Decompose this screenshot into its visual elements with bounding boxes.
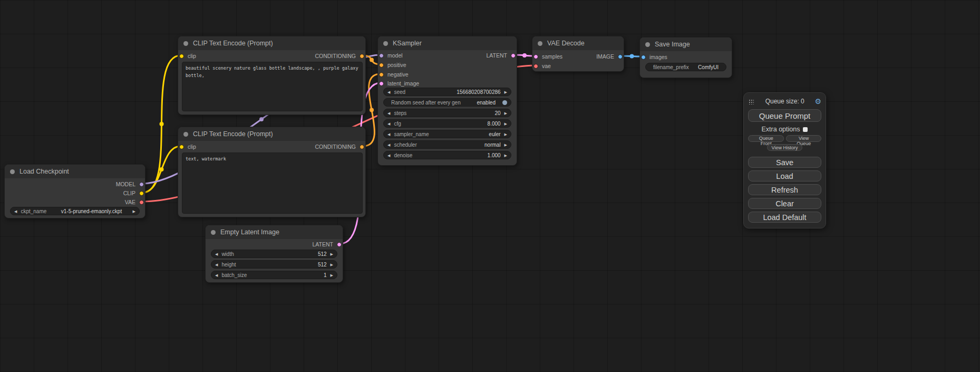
- port-dot-model[interactable]: [139, 182, 144, 187]
- port-dot-conditioning[interactable]: [379, 63, 384, 68]
- arrow-left-icon[interactable]: ◀: [215, 263, 218, 266]
- width-widget[interactable]: ◀ width 512 ▶: [211, 250, 337, 258]
- random-seed-toggle-widget[interactable]: Random seed after every gen enabled: [383, 98, 511, 107]
- arrow-right-icon[interactable]: ▶: [331, 273, 333, 277]
- port-latent-image-input[interactable]: latent_image: [379, 79, 419, 88]
- port-dot-latent[interactable]: [511, 53, 516, 58]
- port-dot-clip[interactable]: [179, 54, 184, 59]
- arrow-right-icon[interactable]: ▶: [504, 132, 507, 136]
- port-image-output[interactable]: IMAGE: [596, 52, 623, 61]
- port-latent-output[interactable]: LATENT: [487, 51, 516, 60]
- port-dot-image[interactable]: [618, 54, 623, 59]
- port-vae-input[interactable]: vae: [533, 62, 551, 70]
- node-clip-text-encode-positive[interactable]: CLIP Text Encode (Prompt) clip CONDITION…: [178, 36, 366, 115]
- arrow-right-icon[interactable]: ▶: [331, 252, 333, 256]
- arrow-left-icon[interactable]: ◀: [215, 252, 218, 256]
- collapse-dot-icon[interactable]: [183, 41, 188, 46]
- collapse-dot-icon[interactable]: [10, 169, 15, 174]
- arrow-left-icon[interactable]: ◀: [387, 143, 390, 147]
- port-conditioning-output[interactable]: CONDITIONING: [315, 52, 364, 60]
- ckpt-name-widget[interactable]: ◀ ckpt_name v1-5-pruned-emaonly.ckpt ▶: [10, 207, 140, 215]
- collapse-dot-icon[interactable]: [383, 41, 388, 46]
- denoise-widget[interactable]: ◀ denoise 1.000 ▶: [383, 151, 511, 159]
- view-queue-button[interactable]: View Queue: [786, 135, 821, 142]
- port-positive-input[interactable]: positive: [379, 61, 406, 69]
- height-widget[interactable]: ◀ height 512 ▶: [211, 260, 337, 269]
- port-latent-output[interactable]: LATENT: [313, 240, 342, 249]
- collapse-dot-icon[interactable]: [211, 230, 216, 235]
- port-conditioning-output[interactable]: CONDITIONING: [315, 142, 364, 151]
- scheduler-widget[interactable]: ◀ scheduler normal ▶: [383, 140, 511, 149]
- load-default-button[interactable]: Load Default: [748, 212, 821, 223]
- clear-button[interactable]: Clear: [748, 198, 821, 209]
- arrow-left-icon[interactable]: ◀: [215, 273, 218, 277]
- arrow-right-icon[interactable]: ▶: [504, 143, 507, 147]
- arrow-left-icon[interactable]: ◀: [387, 154, 390, 157]
- node-title-bar[interactable]: Save Image: [640, 37, 732, 51]
- port-dot-conditioning[interactable]: [360, 145, 364, 149]
- port-dot-latent[interactable]: [533, 54, 538, 59]
- port-clip-input[interactable]: clip: [179, 142, 196, 151]
- port-dot-conditioning[interactable]: [360, 54, 364, 59]
- port-dot-latent[interactable]: [379, 81, 384, 86]
- save-button[interactable]: Save: [748, 157, 821, 168]
- arrow-right-icon[interactable]: ▶: [504, 154, 507, 157]
- collapse-dot-icon[interactable]: [645, 42, 650, 47]
- port-dot-conditioning[interactable]: [379, 72, 384, 77]
- collapse-dot-icon[interactable]: [183, 132, 188, 137]
- arrow-left-icon[interactable]: ◀: [387, 122, 390, 126]
- node-title-bar[interactable]: CLIP Text Encode (Prompt): [178, 36, 365, 50]
- arrow-right-icon[interactable]: ▶: [504, 111, 507, 115]
- port-dot-latent[interactable]: [337, 242, 342, 247]
- port-samples-input[interactable]: samples: [533, 52, 562, 61]
- arrow-right-icon[interactable]: ▶: [133, 209, 135, 213]
- node-load-checkpoint[interactable]: Load Checkpoint MODEL CLIP VAE ◀ ckpt_na…: [4, 164, 145, 218]
- node-vae-decode[interactable]: VAE Decode samples vae IMAGE: [532, 36, 624, 72]
- arrow-left-icon[interactable]: ◀: [387, 90, 390, 94]
- arrow-left-icon[interactable]: ◀: [387, 132, 390, 136]
- seed-widget[interactable]: ◀ seed 156680208700286 ▶: [383, 88, 511, 96]
- sampler-name-widget[interactable]: ◀ sampler_name euler ▶: [383, 130, 511, 138]
- queue-front-button[interactable]: Queue Front: [748, 135, 784, 142]
- node-title-bar[interactable]: CLIP Text Encode (Prompt): [178, 127, 365, 141]
- node-clip-text-encode-negative[interactable]: CLIP Text Encode (Prompt) clip CONDITION…: [178, 127, 366, 217]
- drag-handle-icon[interactable]: [748, 99, 754, 104]
- port-clip-input[interactable]: clip: [179, 52, 196, 60]
- node-empty-latent-image[interactable]: Empty Latent Image LATENT ◀ width 512 ▶ …: [205, 225, 343, 283]
- collapse-dot-icon[interactable]: [538, 41, 542, 46]
- arrow-left-icon[interactable]: ◀: [14, 209, 17, 213]
- arrow-left-icon[interactable]: ◀: [387, 111, 390, 115]
- port-clip-output[interactable]: CLIP: [123, 189, 144, 197]
- node-title-bar[interactable]: Load Checkpoint: [5, 165, 145, 178]
- refresh-button[interactable]: Refresh: [748, 184, 821, 195]
- arrow-right-icon[interactable]: ▶: [504, 122, 507, 126]
- node-canvas[interactable]: Load Checkpoint MODEL CLIP VAE ◀ ckpt_na…: [0, 0, 980, 372]
- port-dot-image[interactable]: [641, 55, 646, 60]
- port-dot-clip[interactable]: [139, 191, 144, 196]
- steps-widget[interactable]: ◀ steps 20 ▶: [383, 109, 511, 117]
- port-model-output[interactable]: MODEL: [116, 180, 144, 188]
- arrow-right-icon[interactable]: ▶: [331, 263, 333, 266]
- negative-prompt-textarea[interactable]: text, watermark: [182, 152, 363, 214]
- node-title-bar[interactable]: KSampler: [378, 36, 517, 50]
- port-dot-vae[interactable]: [139, 200, 144, 205]
- load-button[interactable]: Load: [748, 170, 821, 182]
- port-dot-model[interactable]: [379, 53, 384, 58]
- positive-prompt-textarea[interactable]: beautiful scenery nature glass bottle la…: [182, 62, 363, 111]
- view-history-button[interactable]: View History: [767, 144, 803, 151]
- arrow-right-icon[interactable]: ▶: [504, 90, 507, 94]
- port-negative-input[interactable]: negative: [379, 70, 409, 79]
- cfg-widget[interactable]: ◀ cfg 8.000 ▶: [383, 119, 511, 128]
- filename-prefix-widget[interactable]: filename_prefix ComfyUI: [645, 63, 726, 71]
- node-title-bar[interactable]: VAE Decode: [532, 36, 624, 50]
- extra-options-checkbox[interactable]: [803, 127, 808, 132]
- port-dot-vae[interactable]: [533, 64, 538, 69]
- queue-prompt-button[interactable]: Queue Prompt: [748, 109, 821, 122]
- port-model-input[interactable]: model: [379, 51, 403, 60]
- settings-gear-icon[interactable]: ⚙: [814, 98, 821, 105]
- batch-size-widget[interactable]: ◀ batch_size 1 ▶: [211, 271, 337, 279]
- port-vae-output[interactable]: VAE: [125, 198, 144, 206]
- port-images-input[interactable]: images: [641, 53, 667, 61]
- toggle-dot-icon[interactable]: [502, 100, 507, 105]
- node-save-image[interactable]: Save Image images filename_prefix ComfyU…: [639, 37, 732, 78]
